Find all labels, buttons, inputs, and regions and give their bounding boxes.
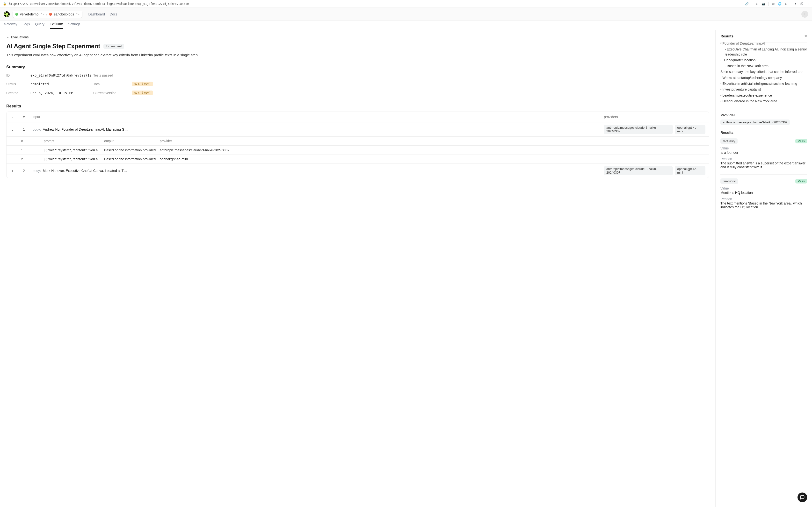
tab-settings[interactable]: Settings [68, 22, 81, 29]
chevron-updown-icon: ⌃⌄ [76, 13, 80, 15]
expand-toggle[interactable]: ⌄ [10, 127, 15, 132]
col-providers: providers [604, 115, 705, 119]
top-nav: velvet-demo ⌃⌄ / sandbox-logs ⌃⌄ Dashboa… [0, 8, 812, 21]
sidebar-icon[interactable]: ◫ [806, 2, 809, 6]
browser-url-bar: 🔒 https://www.usevelvet.com/dashboard/ve… [0, 0, 812, 8]
tab-logs[interactable]: Logs [22, 22, 30, 29]
results-subheading: Results [720, 130, 807, 134]
tab-gateway[interactable]: Gateway [4, 22, 17, 29]
col-num: # [23, 115, 33, 119]
sub-row-output: Based on the information provided,… [104, 148, 160, 152]
eval-reason: The submitted answer is a superset of th… [720, 161, 807, 169]
chevron-updown-icon: ⌃⌄ [40, 13, 44, 15]
logo-icon[interactable] [4, 11, 10, 17]
camera-icon[interactable]: 📷 [761, 2, 765, 6]
row-input: body: Andrew Ng. Founder of DeepLearning… [33, 127, 604, 131]
summary-heading: Summary [6, 65, 709, 69]
nav-links: Dashboard Docs [88, 12, 117, 16]
eval-reason-label: Reason [720, 157, 807, 161]
expand-toggle[interactable]: › [10, 168, 15, 173]
eval-reason-label: Reason [720, 197, 807, 201]
output-text: - Founder of DeepLearning.AI - Executive… [720, 42, 807, 104]
separator: / [46, 12, 47, 16]
eval-name: factuality [720, 138, 738, 144]
table-row[interactable]: ⌄ 1 body: Andrew Ng. Founder of DeepLear… [6, 122, 709, 136]
sub-row-prompt: [ { "role": "system", "content": "You a… [44, 148, 104, 152]
summary-status-label: Status [6, 82, 31, 86]
eval-value: Is a founder [720, 151, 807, 155]
provider-heading: Provider [720, 113, 807, 117]
provider-pill: openai:gpt-4o-mini [675, 125, 705, 134]
summary-id-value: exp_01jef0n8t27tdj6akrevtas710 [31, 73, 93, 77]
summary-id-label: ID [6, 73, 31, 77]
link-icon[interactable]: 🔗 [745, 2, 749, 6]
sub-table: # prompt output provider 1 [ { "role": "… [6, 136, 709, 163]
nav-docs[interactable]: Docs [110, 12, 117, 16]
row-index: 1 [23, 127, 33, 131]
close-icon[interactable]: ✕ [804, 34, 807, 38]
provider-pill: anthropic:messages:claude-3-haiku-202403… [604, 125, 673, 134]
eval-value-label: Value [720, 186, 807, 190]
collection-name: sandbox-logs [54, 12, 74, 16]
summary-current-version-value: 3/4 (75%) [132, 91, 153, 95]
side-panel-body: - Founder of DeepLearning.AI - Executive… [716, 42, 812, 507]
globe-icon[interactable]: 🌐 [778, 2, 781, 6]
sub-col-provider: provider [160, 139, 705, 143]
sub-col-output: output [104, 139, 160, 143]
provider-chip: anthropic:messages:claude-3-haiku-202403… [720, 119, 790, 125]
eval-value-label: Value [720, 146, 807, 150]
summary-total-value: 3/4 (75%) [132, 81, 153, 86]
table-header-row: ⌄ # input providers [6, 112, 709, 122]
sub-col-prompt: prompt [44, 139, 104, 143]
info-icon[interactable]: ⓘ [800, 2, 803, 6]
experiment-badge: Experiment [103, 44, 124, 49]
summary-created-label: Created [6, 91, 31, 95]
tab-evaluate[interactable]: Evaluate [50, 22, 63, 29]
table-row[interactable]: › 2 body: Mark Hanover. Executive Chef a… [6, 163, 709, 178]
extension-icon[interactable]: ✦ [794, 2, 797, 6]
sub-row-provider: openai:gpt-4o-mini [160, 157, 705, 161]
intercom-launcher[interactable] [798, 493, 807, 502]
tab-query[interactable]: Query [35, 22, 45, 29]
project-name: velvet-demo [20, 12, 39, 16]
sub-row-provider: anthropic:messages:claude-3-haiku-202403… [160, 148, 705, 152]
sub-row[interactable]: 2 [ { "role": "system", "content": "You … [6, 155, 709, 163]
eval-result-row: llm-rubric Pass [720, 178, 807, 184]
sub-header-row: # prompt output provider [6, 137, 709, 146]
sub-row[interactable]: 1 [ { "role": "system", "content": "You … [6, 146, 709, 155]
row-input: body: Mark Hanover. Executive Chef at Ca… [33, 169, 604, 173]
eval-status-badge: Pass [795, 179, 807, 183]
results-side-panel: Results ✕ - Founder of DeepLearning.AI -… [715, 30, 812, 507]
summary-total-label: Total [93, 82, 132, 86]
summary-grid: ID exp_01jef0n8t27tdj6akrevtas710 Tests … [6, 73, 709, 95]
eval-result-row: factuality Pass [720, 138, 807, 144]
avatar[interactable]: E [801, 11, 808, 18]
side-panel-title: Results [720, 34, 733, 38]
main-content: ← Evaluations AI Agent Single Step Exper… [0, 30, 715, 507]
sub-tabs: Gateway Logs Query Evaluate Settings [0, 21, 812, 30]
back-label: Evaluations [11, 35, 29, 39]
row-providers: anthropic:messages:claude-3-haiku-202403… [604, 125, 705, 134]
send-icon[interactable]: ✉ [772, 2, 774, 6]
summary-status-value: completed [31, 82, 93, 86]
sub-row-prompt: [ { "role": "system", "content": "You a… [44, 157, 104, 161]
url-text: https://www.usevelvet.com/dashboard/velv… [9, 2, 745, 6]
summary-current-version-label: Current version [93, 91, 132, 95]
eval-reason: The text mentions 'Based in the New York… [720, 201, 807, 209]
expand-all-toggle[interactable]: ⌄ [10, 114, 15, 119]
sub-row-output: Based on the information provided… [104, 157, 160, 161]
eval-status-badge: Pass [795, 139, 807, 144]
project-selector[interactable]: velvet-demo ⌃⌄ / sandbox-logs ⌃⌄ [12, 11, 83, 18]
experiment-description: This experiment evaluates how effectivel… [6, 53, 709, 57]
eval-name: llm-rubric [720, 178, 738, 184]
target-icon[interactable]: ⊕ [785, 2, 788, 6]
lock-icon: 🔒 [3, 2, 6, 6]
summary-created-value: Dec 6, 2024, 10:15 PM [31, 91, 93, 95]
project-dot-icon [15, 13, 18, 16]
row-index: 2 [23, 169, 33, 173]
arrow-left-icon: ← [6, 35, 10, 39]
results-heading: Results [6, 104, 709, 109]
back-link[interactable]: ← Evaluations [6, 35, 709, 39]
download-icon[interactable]: ⬇ [756, 2, 758, 6]
nav-dashboard[interactable]: Dashboard [88, 12, 105, 16]
